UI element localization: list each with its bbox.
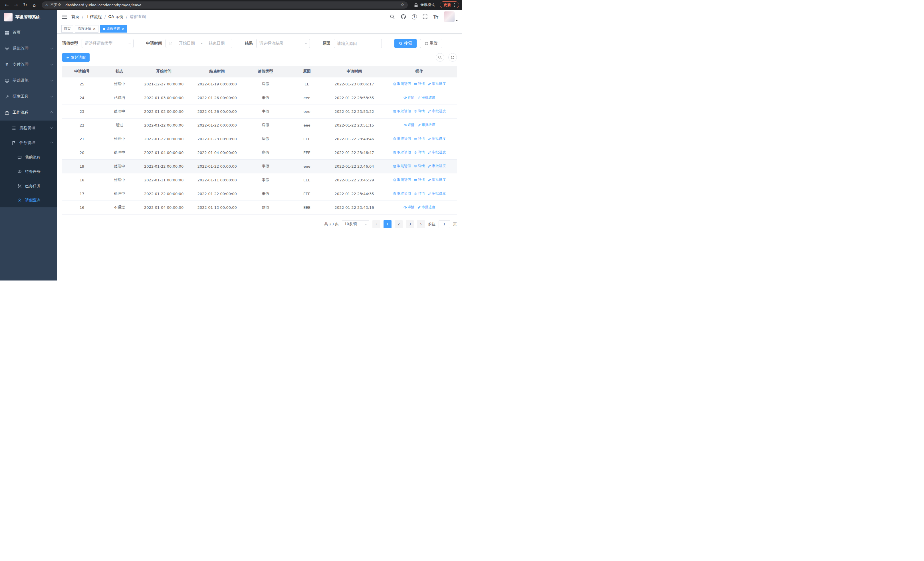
goto-page-input[interactable] [439, 220, 450, 228]
reason-input[interactable] [334, 39, 382, 48]
eye-icon [414, 137, 417, 141]
user-menu[interactable] [444, 11, 458, 22]
cancel-leave-link[interactable]: 取消请假 [393, 191, 411, 196]
status-cell: 处理中 [102, 159, 137, 173]
detail-link[interactable]: 详情 [404, 123, 415, 127]
sidebar-item-todo-tasks[interactable]: 待办任务 [0, 164, 57, 179]
audit-progress-link[interactable]: 审批进度 [428, 164, 446, 168]
browser-reload-icon[interactable]: ↻ [21, 1, 29, 9]
refresh-icon[interactable] [448, 53, 457, 62]
end-date-input[interactable]: 结束日期 [204, 41, 229, 46]
fullscreen-icon[interactable] [423, 14, 428, 19]
prev-page-button[interactable]: ‹ [372, 220, 380, 228]
audit-progress-link[interactable]: 审批进度 [417, 205, 435, 210]
detail-link[interactable]: 详情 [414, 136, 425, 141]
cancel-leave-link[interactable]: 取消请假 [393, 177, 411, 182]
end-time-cell: 2022-01-26 00:00:00 [190, 105, 244, 118]
apply-time-cell: 2022-01-22 23:53:32 [327, 105, 382, 118]
sidebar-toggle-icon[interactable] [57, 10, 71, 24]
sidebar-item-payment[interactable]: ¥ 支付管理 [0, 57, 57, 72]
apply-time-range-picker[interactable]: 开始日期 - 结束日期 [165, 39, 232, 48]
detail-link[interactable]: 详情 [414, 150, 425, 155]
browser-forward-icon[interactable]: → [12, 1, 20, 9]
browser-back-icon[interactable]: ← [3, 1, 11, 9]
sidebar-item-done-tasks[interactable]: 已办任务 [0, 179, 57, 193]
chevron-down-icon [51, 47, 53, 49]
pagination: 共 23 条 10条/页 ‹ 123 › 前往 页 [62, 220, 457, 228]
cancel-leave-link[interactable]: 取消请假 [393, 150, 411, 155]
breadcrumb-item[interactable]: 首页 [71, 14, 80, 20]
next-page-button[interactable]: › [417, 220, 425, 228]
caret-down-icon [456, 20, 458, 21]
sidebar-item-label: 研发工具 [12, 94, 28, 99]
detail-link[interactable]: 详情 [414, 177, 425, 182]
audit-progress-link[interactable]: 审批进度 [428, 136, 446, 141]
cancel-leave-link[interactable]: 取消请假 [393, 109, 411, 114]
audit-progress-link[interactable]: 审批进度 [428, 109, 446, 114]
table-row: 23处理中2022-01-03 00:00:002022-01-26 00:00… [62, 105, 457, 118]
sidebar-item-devtools[interactable]: 研发工具 [0, 89, 57, 105]
help-icon[interactable]: ? [412, 14, 417, 20]
apply-time-cell: 2022-01-22 23:49:46 [327, 132, 382, 146]
cancel-leave-link[interactable]: 取消请假 [393, 164, 411, 168]
actions-cell: 详情审批进度 [382, 118, 457, 132]
start-date-input[interactable]: 开始日期 [174, 41, 199, 46]
sidebar-item-process-management[interactable]: 流程管理 [0, 120, 57, 135]
cancel-leave-link[interactable]: 取消请假 [393, 81, 411, 86]
breadcrumb-item[interactable]: OA 示例 [108, 14, 123, 20]
tab-leave-query[interactable]: 请假查询 × [100, 25, 127, 33]
detail-link[interactable]: 详情 [404, 95, 415, 100]
browser-update-button[interactable]: 更新 ⋮ [440, 2, 459, 8]
sidebar-item-task-management[interactable]: 任务管理 [0, 135, 57, 150]
reset-button[interactable]: 重置 [420, 39, 442, 48]
column-header: 请假类型 [244, 66, 287, 77]
page-button-3[interactable]: 3 [406, 220, 414, 228]
toggle-search-icon[interactable] [436, 53, 444, 62]
result-label: 结果 [245, 41, 253, 46]
leave-type-cell: 病假 [244, 132, 287, 146]
bookmark-star-icon[interactable]: ☆ [400, 2, 404, 8]
sidebar-item-workflow[interactable]: 工作流程 [0, 105, 57, 120]
avatar[interactable] [444, 11, 454, 22]
breadcrumb-item[interactable]: 工作流程 [86, 14, 102, 20]
search-icon[interactable] [390, 14, 395, 20]
eye-icon [414, 110, 417, 113]
tab-process-detail[interactable]: 流程详情 × [75, 25, 99, 33]
sidebar-item-system[interactable]: 系统管理 [0, 41, 57, 57]
page-button-2[interactable]: 2 [394, 220, 403, 228]
create-leave-button[interactable]: + 发起请假 [62, 53, 90, 62]
sidebar-item-infrastructure[interactable]: 基础设施 [0, 72, 57, 89]
close-icon[interactable]: × [122, 27, 125, 30]
page-size-select[interactable]: 10条/页 [342, 220, 369, 228]
address-bar[interactable]: ⚠ 不安全 dashboard.yudao.iocoder.cn/bpm/oa/… [42, 2, 408, 9]
action-label: 审批进度 [422, 205, 435, 210]
audit-progress-link[interactable]: 审批进度 [428, 150, 446, 155]
font-size-icon[interactable]: TT [433, 14, 438, 20]
audit-progress-link[interactable]: 审批进度 [417, 123, 435, 127]
leave-type-cell: 事假 [244, 105, 287, 118]
audit-progress-link[interactable]: 审批进度 [428, 191, 446, 196]
audit-progress-link[interactable]: 审批进度 [428, 81, 446, 86]
sidebar-item-home[interactable]: 首页 [0, 24, 57, 41]
breadcrumb-item-current: 请假查询 [130, 14, 146, 20]
sidebar-item-leave-query[interactable]: 请假查询 [0, 193, 57, 208]
sidebar-item-my-process[interactable]: 我的流程 [0, 150, 57, 164]
detail-link[interactable]: 详情 [414, 109, 425, 114]
page-button-1[interactable]: 1 [384, 220, 392, 228]
github-icon[interactable] [400, 14, 406, 20]
detail-link[interactable]: 详情 [414, 164, 425, 168]
tab-home[interactable]: 首页 [62, 25, 74, 33]
leave-type-select[interactable]: 请选择请假类型 [82, 39, 134, 48]
cancel-leave-link[interactable]: 取消请假 [393, 136, 411, 141]
detail-link[interactable]: 详情 [414, 81, 425, 86]
close-icon[interactable]: × [93, 27, 96, 30]
browser-menu-icon[interactable]: ⋮ [453, 3, 457, 7]
search-button[interactable]: 搜索 [394, 39, 417, 48]
audit-progress-link[interactable]: 审批进度 [428, 177, 446, 182]
leave-id-cell: 17 [62, 187, 102, 200]
browser-home-icon[interactable]: ⌂ [30, 1, 38, 9]
detail-link[interactable]: 详情 [404, 205, 415, 210]
detail-link[interactable]: 详情 [414, 191, 425, 196]
audit-progress-link[interactable]: 审批进度 [417, 95, 435, 100]
result-select[interactable]: 请选择流结果 [256, 39, 310, 48]
